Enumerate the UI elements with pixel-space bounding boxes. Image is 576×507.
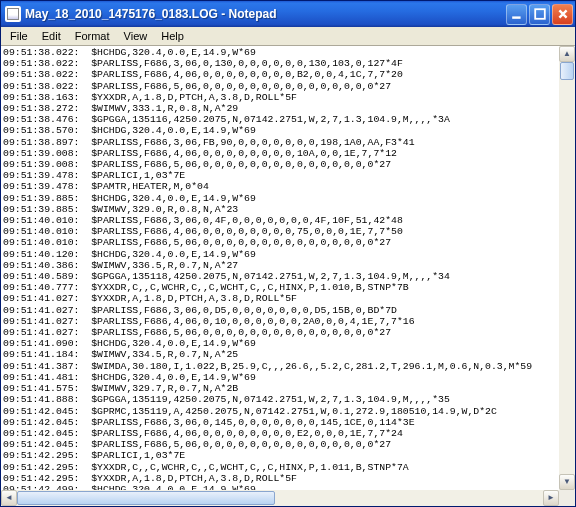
close-button[interactable]	[552, 4, 573, 25]
svg-rect-0	[512, 16, 520, 18]
menu-help[interactable]: Help	[154, 28, 191, 44]
window-title: May_18_2010_1475176_0183.LOG - Notepad	[25, 7, 506, 21]
vertical-scrollbar[interactable]: ▲ ▼	[559, 46, 575, 490]
menubar: File Edit Format View Help	[1, 27, 575, 46]
horizontal-scrollbar[interactable]: ◄ ►	[1, 490, 559, 506]
maximize-button[interactable]	[529, 4, 550, 25]
horizontal-scroll-thumb[interactable]	[17, 491, 275, 505]
scroll-up-button[interactable]: ▲	[559, 46, 575, 62]
text-editor[interactable]: 09:51:38.022: $HCHDG,320.4,0.0,E,14.9,W*…	[1, 46, 559, 490]
content-area: 09:51:38.022: $HCHDG,320.4,0.0,E,14.9,W*…	[1, 46, 575, 506]
minimize-button[interactable]	[506, 4, 527, 25]
scroll-right-button[interactable]: ►	[543, 490, 559, 506]
titlebar[interactable]: May_18_2010_1475176_0183.LOG - Notepad	[1, 1, 575, 27]
horizontal-scroll-track[interactable]	[17, 490, 543, 506]
notepad-icon	[5, 6, 21, 22]
scroll-down-button[interactable]: ▼	[559, 474, 575, 490]
menu-file[interactable]: File	[3, 28, 35, 44]
notepad-window: May_18_2010_1475176_0183.LOG - Notepad F…	[0, 0, 576, 507]
menu-format[interactable]: Format	[68, 28, 117, 44]
scroll-left-button[interactable]: ◄	[1, 490, 17, 506]
vertical-scroll-thumb[interactable]	[560, 62, 574, 80]
menu-edit[interactable]: Edit	[35, 28, 68, 44]
vertical-scroll-track[interactable]	[559, 62, 575, 474]
svg-rect-1	[535, 9, 545, 19]
menu-view[interactable]: View	[117, 28, 155, 44]
scrollbar-corner	[559, 490, 575, 506]
window-controls	[506, 4, 573, 25]
